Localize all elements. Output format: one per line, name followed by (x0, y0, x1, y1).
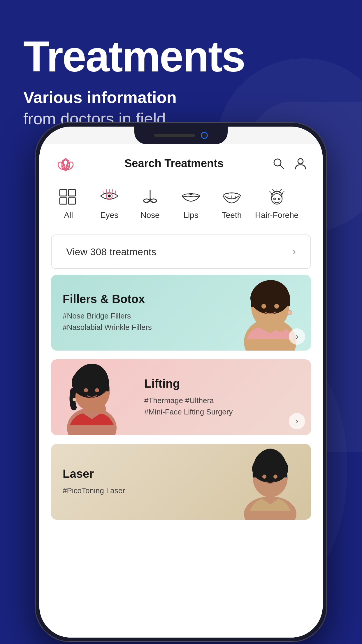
svg-rect-13 (60, 198, 67, 204)
laser-text: Laser #PicoToning Laser (51, 459, 229, 505)
category-eyes-label: Eyes (100, 211, 118, 220)
notch-camera (201, 132, 208, 139)
svg-rect-14 (68, 198, 75, 204)
svg-point-46 (73, 398, 76, 401)
lifting-arrow[interactable]: › (289, 413, 305, 429)
svg-point-51 (273, 475, 277, 479)
laser-card[interactable]: Laser #PicoToning Laser (51, 444, 311, 520)
lifting-text: Lifting #Thermage #Ulthera #Mini-Face Li… (133, 368, 311, 426)
category-nose-label: Nose (140, 211, 159, 220)
svg-point-33 (261, 304, 266, 309)
svg-line-17 (103, 191, 103, 194)
hero-title: Treatments (23, 35, 339, 78)
lifting-image (51, 359, 133, 435)
svg-point-29 (278, 198, 280, 200)
svg-line-21 (115, 191, 116, 194)
phone-outer-shell: Search Treatments (35, 123, 327, 642)
svg-point-50 (262, 475, 266, 479)
nav-icons-group (271, 156, 308, 171)
svg-line-37 (281, 316, 281, 319)
category-all[interactable]: All (48, 184, 89, 223)
category-nose[interactable]: Nose (130, 184, 171, 223)
fillers-botox-title: Fillers & Botox (63, 293, 218, 306)
fillers-botox-text: Fillers & Botox #Nose Bridge Fillers #Na… (51, 284, 229, 342)
lifting-tags: #Thermage #Ulthera #Mini-Face Lifting Su… (144, 395, 299, 418)
app-content: Search Treatments (39, 144, 323, 638)
category-tabs: All (39, 178, 323, 229)
laser-title: Laser (63, 467, 218, 480)
lifting-title: Lifting (144, 377, 299, 390)
fillers-botox-tags: #Nose Bridge Fillers #Nasolabial Wrinkle… (63, 310, 218, 333)
category-all-label: All (64, 211, 73, 220)
svg-point-23 (151, 199, 157, 202)
fillers-botox-arrow[interactable]: › (289, 328, 305, 345)
chevron-right-icon: › (292, 246, 296, 258)
category-teeth[interactable]: Teeth (211, 184, 252, 223)
category-lips[interactable]: Lips (171, 184, 211, 223)
face-hair-icon (265, 187, 289, 207)
svg-line-9 (280, 165, 284, 169)
app-logo (54, 155, 77, 172)
teeth-icon (220, 187, 243, 207)
category-hair-forehead[interactable]: Hair-Forehe (252, 184, 301, 223)
eye-icon (98, 187, 121, 207)
category-hair-forehead-label: Hair-Forehe (255, 211, 298, 220)
svg-point-34 (274, 304, 279, 309)
svg-point-39 (287, 310, 292, 315)
svg-line-20 (112, 190, 113, 192)
lips-icon (179, 187, 203, 207)
nose-icon (138, 187, 162, 207)
svg-line-38 (283, 317, 284, 320)
svg-line-36 (278, 317, 279, 320)
view-treatments-button[interactable]: View 308 treatments › (51, 235, 311, 269)
svg-point-44 (95, 388, 99, 392)
svg-rect-11 (60, 190, 67, 196)
svg-point-28 (274, 198, 275, 200)
fillers-botox-card[interactable]: Fillers & Botox #Nose Bridge Fillers #Na… (51, 275, 311, 351)
svg-point-43 (84, 388, 88, 392)
lifting-card[interactable]: Lifting #Thermage #Ulthera #Mini-Face Li… (51, 359, 311, 435)
svg-point-49 (252, 455, 288, 483)
all-icon (57, 187, 80, 207)
svg-point-10 (298, 159, 303, 164)
nav-bar: Search Treatments (39, 144, 323, 178)
phone-screen: Search Treatments (39, 127, 323, 638)
view-treatments-label: View 308 treatments (66, 246, 156, 258)
category-lips-label: Lips (183, 211, 198, 220)
category-eyes[interactable]: Eyes (89, 184, 130, 223)
nav-title: Search Treatments (124, 157, 224, 170)
profile-button[interactable] (293, 156, 308, 171)
svg-rect-12 (68, 190, 75, 196)
treatment-cards-list: Fillers & Botox #Nose Bridge Fillers #Na… (39, 275, 323, 520)
laser-image (229, 444, 311, 520)
svg-point-22 (144, 199, 150, 202)
phone-mockup: Search Treatments (35, 123, 327, 642)
svg-point-16 (108, 195, 111, 197)
category-teeth-label: Teeth (222, 211, 242, 220)
laser-tags: #PicoToning Laser (63, 485, 218, 496)
hero-subtitle: Various information (23, 87, 339, 108)
phone-notch (134, 127, 228, 144)
notch-speaker (154, 134, 195, 137)
search-button[interactable] (271, 156, 286, 171)
